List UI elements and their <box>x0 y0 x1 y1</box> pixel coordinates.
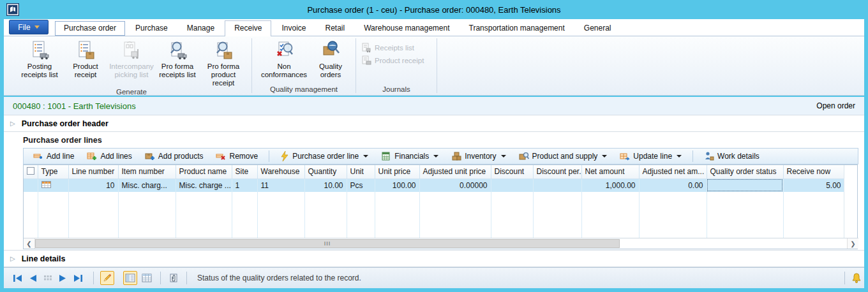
column-header-warehouse[interactable]: Warehouse <box>257 165 304 179</box>
form-view-icon <box>125 273 135 283</box>
row-type-grid-icon <box>41 181 51 188</box>
scroll-left-button[interactable]: ❮ <box>24 238 35 249</box>
section-label: Line details <box>22 254 66 263</box>
select-all-checkbox[interactable] <box>27 167 34 175</box>
tab-invoice[interactable]: Invoice <box>273 21 315 36</box>
column-header-discount-percent[interactable]: Discount per... <box>533 165 581 179</box>
next-record-button[interactable] <box>59 274 67 282</box>
statusbar-separator <box>160 272 161 284</box>
edit-pencil-icon <box>102 273 112 283</box>
document-truck-icon <box>29 40 50 61</box>
scrollbar-track[interactable]: III <box>35 238 847 249</box>
first-record-button[interactable] <box>13 274 22 282</box>
unit-price-cell[interactable]: 100.00 <box>375 179 419 192</box>
expand-arrow-icon[interactable]: ▷ <box>10 120 15 127</box>
row-selector-cell[interactable] <box>24 179 38 192</box>
edit-mode-button[interactable] <box>100 271 114 285</box>
table-row[interactable]: 10 Misc. charg... Misc. charge ... 1 11 … <box>24 179 844 192</box>
column-header-adjusted-net-amount[interactable]: Adjusted net am... <box>639 165 707 179</box>
button-label: Add lines <box>100 152 131 161</box>
adjusted-unit-price-cell[interactable]: 0.00000 <box>419 179 491 192</box>
column-header-item-number[interactable]: Item number <box>118 165 176 179</box>
scroll-right-button[interactable]: ❯ <box>847 238 858 249</box>
receive-now-cell[interactable]: 5.00 <box>783 179 844 192</box>
file-menu-button[interactable]: File <box>9 20 49 34</box>
pro-forma-product-receipt-button[interactable]: Pro forma product receipt <box>200 38 246 87</box>
quality-orders-button[interactable]: Quality orders <box>311 38 350 79</box>
posting-receipts-list-button[interactable]: Posting receipts list <box>17 38 63 79</box>
attachments-button[interactable] <box>167 271 180 285</box>
product-and-supply-menu-button[interactable]: Product and supply <box>513 150 613 163</box>
tab-warehouse-management[interactable]: Warehouse management <box>355 21 458 36</box>
magnifier-truck-icon <box>167 40 188 61</box>
scrollbar-thumb[interactable]: III <box>35 239 620 248</box>
previous-record-button[interactable] <box>29 274 37 282</box>
remove-button[interactable]: Remove <box>210 150 264 163</box>
purchase-order-lines-grid-zone: Type Line number Item number Product nam… <box>4 164 864 249</box>
net-amount-cell[interactable]: 1,000.00 <box>581 179 639 192</box>
tab-receive[interactable]: Receive <box>225 20 271 36</box>
inventory-menu-button[interactable]: Inventory <box>445 150 511 163</box>
unit-cell[interactable]: Pcs <box>347 179 375 192</box>
column-header-unit-price[interactable]: Unit price <box>375 165 419 179</box>
add-lines-button[interactable]: Add lines <box>81 150 137 163</box>
column-header-quality-order-status[interactable]: Quality order status <box>707 165 783 179</box>
column-header-receive-now[interactable]: Receive now <box>783 165 844 179</box>
column-header-quantity[interactable]: Quantity <box>304 165 347 179</box>
last-record-button[interactable] <box>73 274 83 282</box>
button-label: Inventory <box>465 152 496 161</box>
pro-forma-receipts-list-button[interactable]: Pro forma receipts list <box>154 38 200 79</box>
tab-purchase[interactable]: Purchase <box>126 21 177 36</box>
form-view-button[interactable] <box>123 271 137 285</box>
update-line-menu-button[interactable]: Update line <box>614 150 687 163</box>
add-line-button[interactable]: Add line <box>27 150 80 163</box>
tab-purchase-order[interactable]: Purchase order <box>55 21 125 36</box>
tab-transportation-management[interactable]: Transportation management <box>460 21 574 36</box>
column-header-site[interactable]: Site <box>232 165 257 179</box>
ribbon-group-generate: Posting receipts list Product receipt <box>13 36 250 95</box>
button-label: Financials <box>394 152 429 161</box>
tab-manage[interactable]: Manage <box>178 21 223 36</box>
add-products-button[interactable]: Add products <box>139 150 209 163</box>
quality-order-status-cell[interactable] <box>707 179 783 192</box>
column-header-line-number[interactable]: Line number <box>68 165 118 179</box>
type-cell[interactable] <box>38 179 68 192</box>
notification-bell-icon[interactable] <box>851 273 862 283</box>
discount-cell[interactable] <box>491 179 533 192</box>
tab-retail[interactable]: Retail <box>317 21 354 36</box>
product-name-cell[interactable]: Misc. charge ... <box>176 179 232 192</box>
chevron-down-icon <box>34 26 40 29</box>
purchase-order-header-section[interactable]: ▷ Purchase order header <box>4 115 864 132</box>
column-header-type[interactable]: Type <box>38 165 68 179</box>
column-header-unit[interactable]: Unit <box>347 165 375 179</box>
non-conformances-button[interactable]: Non conformances <box>257 38 311 79</box>
purchase-order-line-menu-button[interactable]: Purchase order line <box>274 150 374 163</box>
statusbar-separator <box>93 272 94 284</box>
line-details-section[interactable]: ▷ Line details <box>4 250 864 267</box>
product-receipt-button[interactable]: Product receipt <box>63 38 108 79</box>
work-details-button[interactable]: Work details <box>698 150 765 163</box>
column-header-net-amount[interactable]: Net amount <box>581 165 639 179</box>
vertical-scrollbar[interactable] <box>844 165 857 238</box>
expand-arrow-icon[interactable]: ▷ <box>10 255 15 262</box>
site-cell[interactable]: 1 <box>232 179 257 192</box>
column-header-product-name[interactable]: Product name <box>176 165 232 179</box>
warehouse-cell[interactable]: 11 <box>257 179 304 192</box>
adjusted-net-amount-cell[interactable]: 0.00 <box>639 179 707 192</box>
nonconformance-icon <box>274 40 294 61</box>
discount-percent-cell[interactable] <box>533 179 581 192</box>
financials-menu-button[interactable]: Financials <box>375 150 444 163</box>
group-label-generate: Generate <box>17 87 246 98</box>
column-header-discount[interactable]: Discount <box>491 165 533 179</box>
select-all-header[interactable] <box>24 165 38 179</box>
tab-general[interactable]: General <box>575 21 620 36</box>
grid-view-button[interactable] <box>140 271 154 285</box>
item-number-cell[interactable]: Misc. charg... <box>118 179 176 192</box>
purchase-order-window: Purchase order (1 - ceu) - Purchase orde… <box>0 0 868 292</box>
button-label: Update line <box>633 152 672 161</box>
horizontal-scrollbar[interactable]: ❮ III ❯ <box>24 238 858 249</box>
order-title: 000480 : 1001 - Earth Televisions <box>13 101 136 111</box>
quantity-cell[interactable]: 10.00 <box>304 179 347 192</box>
line-number-cell[interactable]: 10 <box>68 179 118 192</box>
column-header-adjusted-unit-price[interactable]: Adjusted unit price <box>419 165 491 179</box>
